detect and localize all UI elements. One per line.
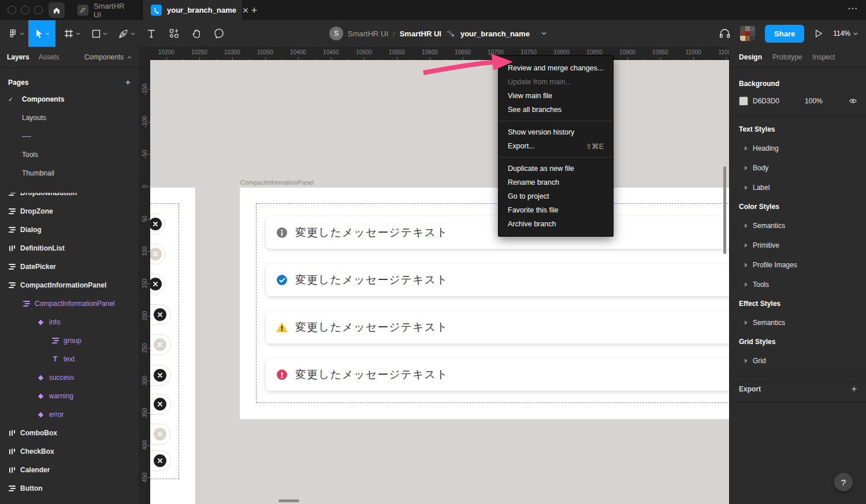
visibility-eye-icon[interactable] xyxy=(849,98,857,104)
background-color-row[interactable]: D6D3D0 100% xyxy=(739,96,857,106)
canvas-viewport[interactable]: CompactInformationPanel 変更したメッセージテキスト変更し… xyxy=(139,47,729,504)
menu-item-review-and-merge-changes[interactable]: Review and merge changes... xyxy=(499,61,613,75)
page-item-[interactable]: ---- xyxy=(0,127,139,145)
page-item-layouts[interactable]: Layouts xyxy=(0,109,139,127)
style-item-heading[interactable]: Heading xyxy=(730,139,866,158)
style-item-semantics[interactable]: Semantics xyxy=(730,216,866,236)
breadcrumb-branch[interactable]: your_branch_name xyxy=(460,29,530,38)
zoom-level-control[interactable]: 114% xyxy=(833,29,858,38)
layer-item-combobox[interactable]: ComboBox xyxy=(0,424,139,442)
hand-tool-button[interactable] xyxy=(187,20,207,47)
ruler-tick xyxy=(364,57,365,60)
resources-tool-button[interactable] xyxy=(164,20,184,47)
tab-smarthr-ui[interactable]: SmartHR UI xyxy=(69,0,143,20)
menu-item-view-main-file[interactable]: View main file xyxy=(499,89,613,103)
export-section[interactable]: Export + xyxy=(730,376,866,402)
menu-item-show-version-history[interactable]: Show version history xyxy=(499,125,613,139)
window-zoom-icon[interactable] xyxy=(34,6,43,14)
style-item-body[interactable]: Body xyxy=(730,158,866,178)
window-controls[interactable] xyxy=(8,6,43,14)
style-item-label: Semantics xyxy=(753,319,785,327)
menu-item-rename-branch[interactable]: Rename branch xyxy=(499,176,613,189)
menu-item-label: See all branches xyxy=(508,106,562,114)
chevron-down-icon[interactable] xyxy=(541,32,547,35)
chevron-down-icon xyxy=(76,32,80,35)
layer-item-definitionlist[interactable]: DefinitionList xyxy=(0,239,139,257)
style-item-label[interactable]: Label xyxy=(730,178,866,197)
breadcrumb-org[interactable]: SmartHR UI xyxy=(348,29,388,38)
window-more-menu[interactable]: ⋯ xyxy=(848,2,858,14)
menu-item-duplicate-as-new-file[interactable]: Duplicate as new file xyxy=(499,162,613,176)
layer-item-label: Calender xyxy=(20,466,50,474)
add-export-button[interactable]: + xyxy=(852,384,857,394)
layer-item-warning[interactable]: warning xyxy=(0,387,139,405)
style-item-tools[interactable]: Tools xyxy=(730,275,866,294)
layer-item-compactinformationpanel[interactable]: CompactInformationPanel xyxy=(0,294,139,313)
pen-icon xyxy=(118,29,128,39)
layer-item-button[interactable]: Button xyxy=(0,479,139,498)
layer-item-dropdownbutton[interactable]: DropdownButton xyxy=(0,193,139,202)
ruler-label: 10500 xyxy=(356,49,372,55)
layer-item-error[interactable]: error xyxy=(0,405,139,424)
tab-assets[interactable]: Assets xyxy=(39,53,60,61)
text-tool-button[interactable] xyxy=(143,20,160,47)
layer-item-dropzone[interactable]: DropZone xyxy=(0,202,139,221)
add-page-button[interactable]: + xyxy=(125,77,131,88)
present-play-icon[interactable] xyxy=(814,29,823,38)
menu-item-archive-branch[interactable]: Archive branch xyxy=(499,217,613,231)
frame-tool-button[interactable] xyxy=(60,20,84,47)
window-minimize-icon[interactable] xyxy=(21,6,29,14)
user-avatar[interactable] xyxy=(740,26,755,41)
tab-inspect[interactable]: Inspect xyxy=(812,53,835,61)
style-item-semantics[interactable]: Semantics xyxy=(730,313,866,333)
layer-item-datepicker[interactable]: DatePicker xyxy=(0,257,139,276)
main-menu-button[interactable] xyxy=(5,20,28,47)
breadcrumb-file[interactable]: SmartHR UI xyxy=(400,29,441,38)
layer-item-compactinformationpanel[interactable]: CompactInformationPanel xyxy=(0,276,139,294)
home-button[interactable] xyxy=(49,2,65,18)
style-item-grid[interactable]: Grid xyxy=(730,351,866,371)
layer-item-checkbox[interactable]: CheckBox xyxy=(0,442,139,461)
frame-label[interactable]: CompactInformationPanel xyxy=(240,179,314,186)
new-tab-button[interactable]: + xyxy=(247,3,261,17)
share-button[interactable]: Share xyxy=(765,25,804,43)
pen-tool-button[interactable] xyxy=(114,20,139,47)
audio-headphones-icon[interactable] xyxy=(719,28,730,39)
breadcrumb: S SmartHR UI / SmartHR UI your_branch_na… xyxy=(329,20,547,47)
tab-design[interactable]: Design xyxy=(739,53,762,61)
menu-item-see-all-branches[interactable]: See all branches xyxy=(499,103,613,117)
ruler-tick-minor xyxy=(282,58,283,60)
style-item-primitive[interactable]: Primitive xyxy=(730,236,866,255)
tab-layers[interactable]: Layers xyxy=(7,53,29,61)
page-item-thumbnail[interactable]: Thumbnail xyxy=(0,164,139,182)
shape-tool-button[interactable] xyxy=(87,20,111,47)
layer-item-dialog[interactable]: Dialog xyxy=(0,221,139,239)
ruler-tick-minor xyxy=(414,58,414,60)
menu-item-go-to-project[interactable]: Go to project xyxy=(499,189,613,203)
layer-item-group[interactable]: group xyxy=(0,331,139,350)
menu-item-export[interactable]: Export...⇧⌘E xyxy=(499,139,613,153)
background-hex-value[interactable]: D6D3D0 xyxy=(753,97,779,105)
page-item-components[interactable]: ✓Components xyxy=(0,90,139,109)
comment-tool-button[interactable] xyxy=(209,20,229,47)
layer-item-text[interactable]: Ttext xyxy=(0,350,139,368)
background-opacity-value[interactable]: 100% xyxy=(805,97,823,105)
tab-your-branch-name[interactable]: your_branch_name xyxy=(143,0,242,20)
background-color-swatch[interactable] xyxy=(739,96,748,106)
layer-item-calender[interactable]: Calender xyxy=(0,461,139,479)
move-tool-button[interactable] xyxy=(28,20,55,47)
layer-item-success[interactable]: success xyxy=(0,368,139,387)
menu-item-favorite-this-file[interactable]: Favorite this file xyxy=(499,203,613,217)
vertical-scrollbar[interactable] xyxy=(723,166,726,254)
style-item-profile-images[interactable]: Profile Images xyxy=(730,255,866,275)
help-button[interactable]: ? xyxy=(834,473,853,491)
page-switcher[interactable]: Components xyxy=(84,53,132,61)
ruler-tick-minor xyxy=(216,58,217,60)
page-switcher-label: Components xyxy=(84,53,124,61)
tab-prototype[interactable]: Prototype xyxy=(772,53,802,61)
org-avatar[interactable]: S xyxy=(329,27,343,40)
window-close-icon[interactable] xyxy=(8,6,16,14)
horizontal-scrollbar[interactable] xyxy=(278,499,299,502)
layer-item-info[interactable]: info xyxy=(0,313,139,331)
page-item-tools[interactable]: Tools xyxy=(0,145,139,164)
